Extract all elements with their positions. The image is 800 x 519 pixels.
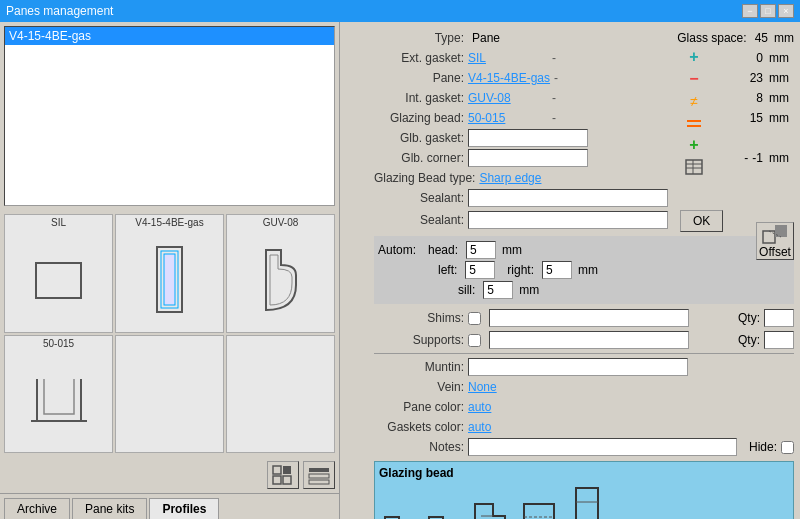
glb-corner-row: Glb. corner: - -1 mm [374, 148, 794, 168]
shims-checkbox[interactable] [468, 312, 481, 325]
muntin-input[interactable] [468, 358, 688, 376]
ok-button[interactable]: OK [680, 210, 723, 232]
autom-label: Autom: [378, 243, 416, 257]
bottom-tabs: Archive Pane kits Profiles [0, 493, 339, 519]
notes-input[interactable] [468, 438, 737, 456]
gb-shape-1[interactable] [379, 509, 417, 519]
int-gasket-row: Int. gasket: GUV-08 - 8 mm [374, 88, 794, 108]
shims-row: Shims: Qty: [374, 308, 794, 328]
minimize-button[interactable]: − [742, 4, 758, 18]
autom-row1: Autom: head: mm [378, 240, 790, 260]
separator-1 [374, 353, 794, 354]
glazing-bead-title: Glazing bead [379, 466, 789, 480]
offset-label: Offset [759, 245, 791, 259]
title-buttons: − □ × [742, 4, 794, 18]
sealant2-input[interactable] [468, 211, 668, 229]
int-gasket-num: 8 [756, 91, 763, 105]
pane-color-row: Pane color: auto [374, 397, 794, 417]
muntin-row: Muntin: [374, 357, 794, 377]
add-green-icon[interactable]: + [683, 136, 705, 154]
gaskets-color-value[interactable]: auto [468, 420, 548, 434]
vein-value[interactable]: None [468, 380, 548, 394]
add-icon[interactable]: + [683, 48, 705, 66]
glb-corner-dash: - [744, 151, 748, 165]
autom-left-input[interactable] [465, 261, 495, 279]
ext-gasket-value[interactable]: SIL [468, 51, 548, 65]
glass-space-unit: mm [774, 31, 794, 45]
preview-cell-50015[interactable]: 50-015 [4, 335, 113, 454]
glb-corner-input[interactable] [468, 149, 588, 167]
title-bar: Panes management − □ × [0, 0, 800, 22]
grid-icon [271, 464, 295, 486]
autom-head-unit: mm [502, 243, 522, 257]
svg-rect-9 [283, 476, 291, 484]
preview-cell-empty2 [226, 335, 335, 454]
tab-pane-kits[interactable]: Pane kits [72, 498, 147, 519]
svg-rect-6 [273, 466, 281, 474]
supports-checkbox[interactable] [468, 334, 481, 347]
profile-list-item[interactable]: V4-15-4BE-gas [5, 27, 334, 45]
svg-rect-8 [273, 476, 281, 484]
close-button[interactable]: × [778, 4, 794, 18]
gb-shape-2[interactable] [425, 509, 463, 519]
preview-cell-empty1 [115, 335, 224, 454]
bottom-icon-1[interactable] [267, 461, 299, 489]
gb-notch3-icon [471, 498, 509, 519]
notes-row: Notes: Hide: [374, 437, 794, 457]
muntin-label: Muntin: [374, 360, 464, 374]
glb-gasket-input[interactable] [468, 129, 588, 147]
autom-right-input[interactable] [542, 261, 572, 279]
glazing-bead-value[interactable]: 50-015 [468, 111, 548, 125]
maximize-button[interactable]: □ [760, 4, 776, 18]
offset-button[interactable]: Offset [756, 222, 794, 260]
shims-input[interactable] [489, 309, 689, 327]
tab-archive[interactable]: Archive [4, 498, 70, 519]
gb-shape-data[interactable]: Data [568, 484, 606, 519]
glazing-bead-dash: - [552, 111, 556, 125]
glass-space-value: 45 [755, 31, 768, 45]
glazing-bead-unit: mm [769, 111, 794, 125]
ext-gasket-row: Ext. gasket: SIL - 0 mm [374, 48, 794, 68]
remove-icon[interactable]: − [683, 70, 705, 88]
ext-gasket-num: 0 [756, 51, 763, 65]
pane-value[interactable]: V4-15-4BE-gas [468, 71, 550, 85]
vein-row: Vein: None [374, 377, 794, 397]
supports-input[interactable] [489, 331, 689, 349]
autom-right-label: right: [507, 263, 534, 277]
not-equal-icon[interactable]: ≠ [683, 92, 705, 110]
equals-icon[interactable] [683, 114, 705, 132]
gaskets-color-label: Gaskets color: [374, 420, 464, 434]
autom-head-label: head: [428, 243, 458, 257]
sealant2-row: Sealant: OK [374, 208, 794, 232]
hide-checkbox[interactable] [781, 441, 794, 454]
svg-rect-3 [164, 254, 175, 305]
autom-sill-unit: mm [519, 283, 539, 297]
bottom-icon-2[interactable] [303, 461, 335, 489]
sil-shape-svg [31, 258, 86, 303]
profile-list[interactable]: V4-15-4BE-gas [4, 26, 335, 206]
shims-supports: Shims: Qty: Supports: Qty: [374, 308, 794, 350]
autom-right-unit: mm [578, 263, 598, 277]
sealant1-input[interactable] [468, 189, 668, 207]
glazing-bead-num: 15 [750, 111, 763, 125]
autom-head-input[interactable] [466, 241, 496, 259]
tab-profiles[interactable]: Profiles [149, 498, 219, 519]
pane-color-value[interactable]: auto [468, 400, 548, 414]
preview-cell-sil[interactable]: SIL [4, 214, 113, 333]
gb-shape-notch[interactable]: Notch [471, 498, 509, 519]
shims-qty-input[interactable] [764, 309, 794, 327]
hide-label: Hide: [749, 440, 777, 454]
gb-shape-tolerance[interactable]: Tolerance [517, 498, 560, 519]
pane-row: Pane: V4-15-4BE-gas - 23 mm [374, 68, 794, 88]
preview-cell-guv[interactable]: GUV-08 [226, 214, 335, 333]
guv-shape-svg [256, 245, 306, 315]
table-icon[interactable] [683, 158, 705, 176]
supports-qty-label: Qty: [738, 333, 760, 347]
autom-sill-input[interactable] [483, 281, 513, 299]
sil-label: SIL [5, 217, 112, 228]
offset-icon [761, 223, 789, 245]
supports-qty-input[interactable] [764, 331, 794, 349]
bead-type-value[interactable]: Sharp edge [479, 171, 559, 185]
int-gasket-value[interactable]: GUV-08 [468, 91, 548, 105]
preview-cell-v4[interactable]: V4-15-4BE-gas [115, 214, 224, 333]
